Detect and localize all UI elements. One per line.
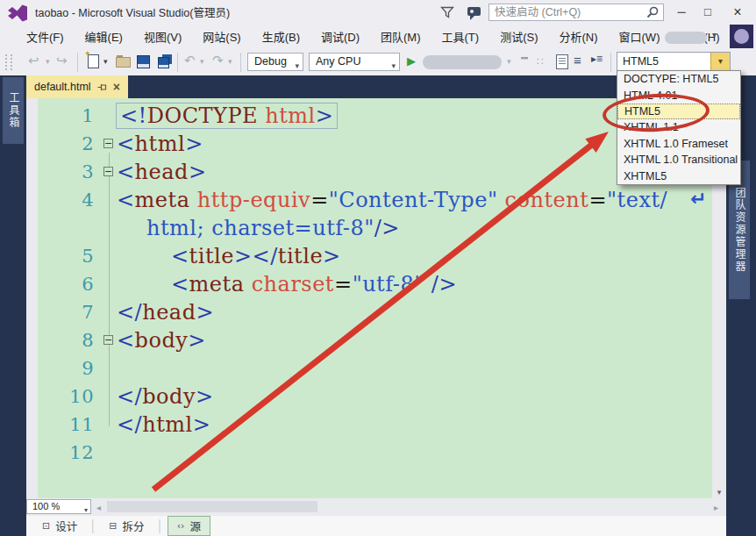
doctype-option-0[interactable]: DOCTYPE: HTML5: [617, 71, 740, 87]
code-token: =: [588, 188, 607, 212]
scroll-down-icon[interactable]: ▾: [712, 488, 726, 497]
document-outline-icon[interactable]: [556, 54, 568, 69]
doctype-option-2[interactable]: HTML5: [617, 104, 740, 119]
code-text: </body>: [117, 384, 214, 409]
code-token: meta: [189, 272, 245, 297]
undo-caret-icon[interactable]: ▾: [200, 57, 204, 66]
target-caret-icon[interactable]: ▾: [507, 57, 511, 66]
pin-icon[interactable]: [97, 82, 107, 92]
code-line: 9: [26, 354, 712, 382]
line-number: 6: [26, 274, 103, 295]
save-icon[interactable]: [137, 55, 150, 68]
start-debug-run-icon[interactable]: ▶: [407, 54, 416, 68]
toolbar-options-caret-icon[interactable]: ▾: [712, 30, 717, 39]
toolbar-separator: [177, 53, 178, 72]
show-whitespace-icon[interactable]: ∷: [537, 55, 544, 68]
view-tab-design-icon: ⊡: [42, 520, 50, 532]
menu-item-website[interactable]: 网站(S): [192, 26, 251, 49]
code-editor[interactable]: 1<!DOCTYPE html>2−<html>3−<head>4<meta h…: [26, 98, 712, 498]
doctype-option-6[interactable]: XHTML5: [617, 168, 740, 183]
search-icon[interactable]: [646, 6, 659, 18]
fold-collapse-icon[interactable]: −: [103, 335, 113, 345]
doctype-option-1[interactable]: HTML 4.01: [617, 87, 740, 103]
code-token: title: [278, 244, 323, 268]
menu-item-window[interactable]: 窗口(W): [609, 26, 671, 49]
view-tab-split-icon: ⊟: [109, 520, 117, 532]
code-token: >: [323, 244, 341, 268]
close-button[interactable]: ×: [724, 2, 751, 23]
fold-column: [103, 411, 117, 439]
doctype-option-3[interactable]: XHTML 1.1: [617, 119, 740, 135]
code-line: 1<!DOCTYPE html>: [26, 102, 712, 130]
platform-combobox[interactable]: Any CPU ▾: [309, 53, 400, 71]
bottom-left-corner: [0, 498, 26, 536]
code-token: <: [117, 328, 135, 353]
doctype-option-5[interactable]: XHTML 1.0 Transitional: [617, 152, 740, 168]
menu-item-team[interactable]: 团队(M): [370, 26, 431, 49]
menu-item-debug[interactable]: 调试(D): [310, 26, 370, 49]
doctype-dropdown-button[interactable]: ▾: [710, 53, 730, 70]
horizontal-scrollbar-thumb[interactable]: [107, 501, 317, 512]
doctype-option-4[interactable]: XHTML 1.0 Frameset: [617, 136, 740, 152]
navigate-forward-icon[interactable]: ↪: [56, 53, 68, 68]
view-tab-split[interactable]: ⊟拆分: [100, 517, 153, 535]
menu-item-analyze[interactable]: 分析(N): [548, 26, 608, 49]
debug-configuration-combobox[interactable]: Debug ▾: [247, 53, 303, 71]
tab-close-icon[interactable]: ×: [113, 81, 120, 93]
user-avatar[interactable]: [730, 25, 753, 48]
navigate-back-icon[interactable]: ↩: [28, 53, 39, 68]
code-token: body: [135, 328, 189, 353]
view-tab-separator: │: [86, 519, 100, 532]
redo-caret-icon[interactable]: ▾: [228, 57, 232, 66]
fold-collapse-icon[interactable]: −: [103, 167, 113, 176]
code-token: [424, 272, 431, 297]
code-line: 12: [26, 439, 712, 467]
fold-collapse-icon[interactable]: −: [103, 139, 113, 148]
menu-item-edit[interactable]: 编辑(E): [75, 26, 133, 49]
toolbar-grip-handle[interactable]: [5, 54, 12, 70]
quote-toggle-icon[interactable]: "": [521, 55, 528, 66]
tab-default-html[interactable]: default.html ×: [26, 75, 128, 98]
menu-item-file[interactable]: 文件(F): [16, 26, 75, 49]
line-number: 11: [26, 414, 103, 435]
redo-icon[interactable]: ↷: [212, 53, 224, 68]
feedback-filter-icon[interactable]: [440, 6, 454, 19]
quick-launch-search-input[interactable]: [489, 4, 664, 21]
fold-column: [103, 242, 117, 270]
send-feedback-icon[interactable]: [465, 6, 482, 21]
code-text: <head>: [117, 160, 207, 184]
platform-value: Any CPU: [316, 55, 360, 68]
minimize-button[interactable]: ─: [670, 2, 693, 23]
menu-item-view[interactable]: 视图(V): [133, 26, 192, 49]
visual-studio-window: taobao - Microsoft Visual Studio(管理员) ─ …: [0, 0, 756, 536]
increase-indent-icon[interactable]: ▸≡: [591, 53, 603, 65]
code-line: 10</body>: [26, 382, 712, 411]
save-all-icon[interactable]: [158, 57, 169, 68]
fold-column: [103, 214, 117, 242]
code-token: http-equiv: [197, 188, 310, 212]
menu-item-tools[interactable]: 工具(T): [431, 26, 490, 49]
undo-icon[interactable]: ↶: [184, 53, 196, 68]
scroll-right-icon[interactable]: ▸: [714, 503, 718, 512]
sidebar-tab-toolbox[interactable]: 工具箱: [3, 77, 24, 144]
menu-item-test[interactable]: 测试(S): [489, 26, 548, 49]
new-file-icon[interactable]: ✦: [88, 54, 99, 68]
editor-zoom-combobox[interactable]: 100 % ▾: [26, 499, 91, 514]
navigate-back-caret-icon[interactable]: ▾: [46, 57, 50, 66]
view-tab-source[interactable]: ‹›源: [168, 516, 210, 536]
view-tab-design[interactable]: ⊡设计: [33, 517, 86, 535]
avatar-circle-icon: [734, 29, 749, 44]
format-document-icon[interactable]: ≡: [574, 53, 581, 68]
code-token: </: [117, 300, 142, 325]
fold-column: [103, 439, 117, 467]
code-token: html; charset=utf-8": [146, 216, 374, 240]
maximize-button[interactable]: □: [696, 2, 719, 23]
new-file-caret-icon[interactable]: ▾: [103, 57, 108, 66]
code-token: html: [135, 132, 186, 156]
doctype-combobox[interactable]: HTML5 ▾: [617, 52, 731, 71]
code-token: </: [117, 412, 142, 437]
fold-column: [103, 354, 117, 382]
open-file-icon[interactable]: [116, 57, 131, 68]
menu-item-build[interactable]: 生成(B): [252, 26, 310, 49]
scroll-left-icon[interactable]: ◂: [96, 503, 101, 512]
